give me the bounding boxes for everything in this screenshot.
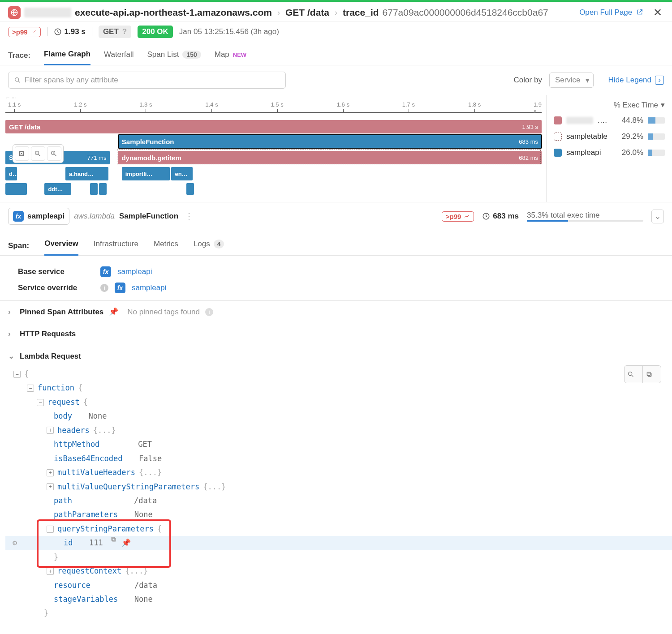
fx-icon: fx (100, 266, 111, 277)
flame-graph[interactable]: ← ··· 1.1 s 1.2 s 1.3 s 1.4 s 1.5 s 1.6 … (0, 95, 547, 202)
close-icon[interactable]: ✕ (651, 6, 664, 19)
json-search-button[interactable] (625, 366, 642, 383)
section-lambda[interactable]: ⌄ Lambda Request (0, 345, 672, 367)
span-small[interactable]: a.hand… (65, 167, 108, 180)
open-full-page-link[interactable]: Open Full Page (579, 8, 643, 17)
chevron-right-icon: › (8, 330, 14, 338)
svg-rect-8 (648, 373, 651, 376)
toggle-icon[interactable]: + (47, 483, 54, 490)
tab-overview[interactable]: Overview (44, 236, 78, 256)
tab-waterfall[interactable]: Waterfall (104, 47, 134, 64)
p99-badge[interactable]: >p99 (8, 27, 41, 37)
timestamp: Jan 05 13:25:15.456 (3h ago) (179, 27, 279, 36)
chevron-icon: › (276, 8, 282, 17)
span-tiny[interactable] (5, 183, 27, 195)
trace-tabs-label: Trace: (8, 51, 30, 60)
tab-logs[interactable]: Logs 4 (194, 237, 224, 255)
status-badge: 200 OK (138, 26, 173, 38)
span-tabs: Span: Overview Infrastructure Metrics Lo… (0, 230, 672, 256)
span-root[interactable]: GET /data1.93 s (5, 120, 542, 133)
exec-progress (527, 220, 643, 222)
tab-flame-graph[interactable]: Flame Graph (44, 46, 90, 65)
chevron-icon: › (333, 8, 339, 17)
hide-legend-button[interactable]: Hide Legend › (608, 76, 664, 85)
span-tiny[interactable] (99, 183, 107, 195)
tab-span-list[interactable]: Span List 150 (147, 47, 201, 64)
collapse-icon[interactable]: ⌄ (651, 210, 664, 223)
pin-icon[interactable]: 📌 (121, 536, 131, 550)
chevron-down-icon: ⌄ (8, 351, 14, 361)
legend-row[interactable]: sampleapi 26.0% (554, 145, 665, 161)
endpoint: GET /data (285, 7, 329, 18)
zoom-controls (13, 144, 64, 163)
section-pinned[interactable]: › Pinned Span Attributes 📌 No pinned tag… (0, 301, 672, 323)
more-icon[interactable]: ⋮ (183, 211, 195, 222)
toggle-icon[interactable]: − (13, 371, 21, 378)
summary-row: >p99 1.93 s GET ? 200 OK Jan 05 13:25:15… (0, 22, 672, 43)
json-row-highlight[interactable]: ⚙ id 111 📌 (5, 536, 672, 550)
legend-header[interactable]: % Exec Time ▾ (554, 99, 665, 112)
span-small[interactable]: importli… (122, 167, 170, 180)
span-p99-badge[interactable]: >p99 (442, 211, 474, 222)
copy-icon[interactable] (110, 536, 117, 550)
service-rows: Base service fx sampleapi Service overri… (0, 256, 672, 300)
service-chip[interactable]: fx sampleapi (8, 208, 69, 225)
span-small[interactable]: d… (5, 167, 17, 180)
toggle-icon[interactable]: + (47, 469, 54, 476)
tab-metrics[interactable]: Metrics (154, 237, 178, 255)
legend-row[interactable]: .exec… 44.8% (554, 112, 665, 129)
chevron-right-icon: › (8, 308, 14, 317)
base-service-label: Base service (18, 267, 94, 276)
fx-icon: fx (115, 283, 125, 293)
svg-point-2 (15, 78, 19, 81)
toggle-icon[interactable]: − (47, 526, 54, 533)
collapse-icon: › (655, 76, 664, 85)
toggle-icon[interactable]: − (37, 399, 44, 406)
span-resource: SampleFunction (119, 212, 178, 221)
toggle-icon[interactable]: + (47, 568, 54, 575)
colorby-select[interactable]: Service (549, 73, 594, 88)
toggle-icon[interactable]: + (47, 427, 54, 434)
span-tiny[interactable] (90, 183, 98, 195)
redacted-host (24, 8, 71, 17)
svg-rect-11 (112, 537, 115, 540)
trace-id: 677a09ac000000006d4518246ccb0a67 (383, 7, 548, 18)
span-tabs-label: Span: (8, 241, 29, 250)
json-tools (624, 365, 661, 383)
gear-icon[interactable]: ⚙ (13, 536, 17, 550)
info-icon[interactable]: i (100, 284, 108, 292)
trace-label: trace_id (343, 7, 379, 18)
span-small[interactable]: ddt… (44, 183, 71, 195)
filter-row: Filter spans by any attribute Color by S… (0, 65, 672, 95)
chevron-down-icon: ▾ (661, 100, 665, 110)
logs-count: 4 (214, 240, 224, 248)
info-icon[interactable]: i (205, 308, 213, 316)
svg-point-7 (629, 372, 632, 376)
filter-input[interactable]: Filter spans by any attribute (8, 72, 286, 89)
globe-icon (8, 6, 21, 19)
span-samplefunction-selected[interactable]: SampleFunction683 ms (118, 135, 542, 148)
span-tiny[interactable] (186, 183, 194, 195)
method-chip: GET ? (99, 26, 131, 38)
trace-tabs: Trace: Flame Graph Waterfall Span List 1… (0, 43, 672, 65)
svg-rect-9 (647, 372, 650, 375)
tab-infrastructure[interactable]: Infrastructure (94, 237, 138, 255)
span-small[interactable]: en… (171, 167, 193, 180)
service-override-link[interactable]: sampleapi (132, 283, 167, 292)
search-icon (14, 77, 21, 84)
base-service-link[interactable]: sampleapi (117, 267, 152, 276)
zoom-in-button[interactable] (47, 146, 61, 161)
toggle-icon[interactable]: − (27, 385, 34, 392)
trace-duration: 1.93 s (54, 27, 86, 36)
section-http[interactable]: › HTTP Requests (0, 323, 672, 345)
span-duration: 683 ms (482, 212, 519, 221)
zoom-fit-button[interactable] (15, 146, 29, 161)
json-copy-button[interactable] (643, 366, 661, 383)
zoom-out-button[interactable] (31, 146, 45, 161)
legend-row[interactable]: sampletable 29.2% (554, 129, 665, 145)
json-viewer: −{ −function { −request { body None +hea… (0, 367, 672, 630)
header-breadcrumb: execute-api.ap-northeast-1.amazonaws.com… (0, 2, 672, 22)
span-dynamodb-getitem[interactable]: dynamodb.getitem682 ms (118, 151, 542, 164)
tab-map[interactable]: Map NEW (215, 47, 246, 64)
time-ruler: 1.1 s 1.2 s 1.3 s 1.4 s 1.5 s 1.6 s 1.7 … (5, 100, 542, 113)
